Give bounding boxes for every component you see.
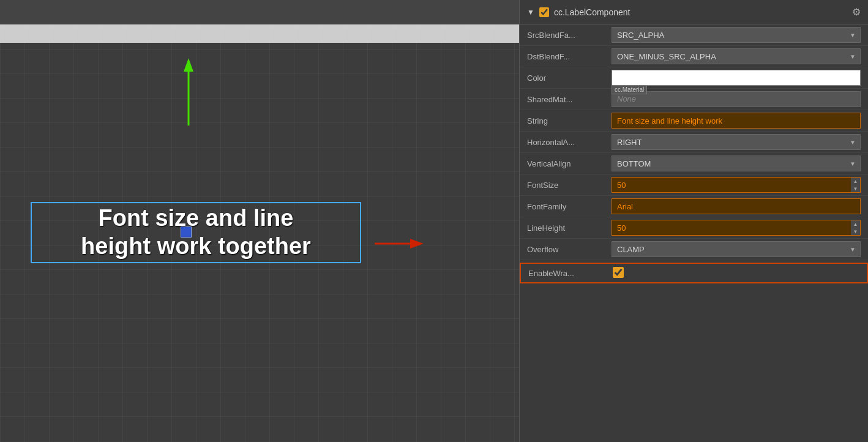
horizontalalign-select[interactable]: RIGHT bbox=[612, 134, 861, 150]
value-srcblendfactor[interactable]: SRC_ALPHA bbox=[612, 27, 861, 43]
prop-row-string: String bbox=[520, 110, 868, 132]
value-verticalalign[interactable]: BOTTOM bbox=[612, 155, 861, 171]
verticalalign-select[interactable]: BOTTOM bbox=[612, 155, 861, 171]
value-fontfamily[interactable] bbox=[612, 198, 861, 214]
up-arrow bbox=[182, 58, 195, 133]
horizontalalign-select-wrap[interactable]: RIGHT bbox=[612, 134, 861, 150]
label-color: Color bbox=[527, 73, 607, 83]
srcblendfactor-select-wrap[interactable]: SRC_ALPHA bbox=[612, 27, 861, 43]
gear-icon[interactable]: ⚙ bbox=[852, 6, 861, 18]
svg-marker-3 bbox=[410, 239, 424, 249]
fontfamily-input[interactable] bbox=[612, 198, 861, 214]
fontsize-increment[interactable]: ▲ bbox=[851, 178, 860, 185]
prop-row-color: Color bbox=[520, 67, 868, 89]
value-color[interactable] bbox=[612, 70, 861, 86]
transform-handle[interactable] bbox=[181, 227, 192, 238]
value-fontsize[interactable]: ▲ ▼ bbox=[612, 177, 861, 193]
value-dstblendfactor[interactable]: ONE_MINUS_SRC_ALPHA bbox=[612, 48, 861, 64]
canvas-label-box: Font size and lineheight work together bbox=[31, 202, 361, 263]
fontsize-spinners: ▲ ▼ bbox=[851, 177, 861, 193]
panel-title: cc.LabelComponent bbox=[554, 7, 847, 17]
color-swatch[interactable] bbox=[612, 70, 861, 86]
canvas-label-text: Font size and lineheight work together bbox=[81, 204, 311, 260]
label-sharedmat: SharedMat... bbox=[527, 95, 607, 104]
label-enablewrap: EnableWra... bbox=[528, 269, 608, 278]
lineheight-decrement[interactable]: ▼ bbox=[851, 228, 860, 235]
fontsize-input-wrap[interactable]: ▲ ▼ bbox=[612, 177, 861, 193]
canvas-top-bar bbox=[0, 0, 519, 24]
component-enabled-checkbox[interactable] bbox=[539, 7, 549, 17]
fontsize-input[interactable] bbox=[612, 177, 851, 193]
label-verticalalign: VerticalAlign bbox=[527, 159, 607, 168]
dstblendfactor-select[interactable]: ONE_MINUS_SRC_ALPHA bbox=[612, 48, 861, 64]
label-overflow: Overflow bbox=[527, 245, 607, 254]
panel-header: ▼ cc.LabelComponent ⚙ bbox=[520, 0, 868, 24]
lineheight-input[interactable] bbox=[612, 220, 851, 236]
string-input[interactable] bbox=[612, 113, 861, 129]
label-fontfamily: FontFamily bbox=[527, 202, 607, 211]
overflow-select[interactable]: CLAMP bbox=[612, 241, 861, 257]
prop-row-fontfamily: FontFamily bbox=[520, 196, 868, 217]
fontsize-decrement[interactable]: ▼ bbox=[851, 185, 860, 192]
prop-row-fontsize: FontSize ▲ ▼ bbox=[520, 174, 868, 196]
label-fontsize: FontSize bbox=[527, 181, 607, 190]
collapse-arrow[interactable]: ▼ bbox=[527, 8, 534, 17]
value-horizontalalign[interactable]: RIGHT bbox=[612, 134, 861, 150]
dstblendfactor-select-wrap[interactable]: ONE_MINUS_SRC_ALPHA bbox=[612, 48, 861, 64]
prop-row-verticalalign: VerticalAlign BOTTOM bbox=[520, 153, 868, 174]
material-badge: cc.Material bbox=[612, 85, 647, 94]
label-horizontalalign: HorizontalA... bbox=[527, 138, 607, 147]
lineheight-spinners: ▲ ▼ bbox=[851, 220, 861, 236]
value-enablewrap[interactable] bbox=[613, 267, 859, 280]
label-srcblendfactor: SrcBlendFa... bbox=[527, 31, 607, 40]
label-string: String bbox=[527, 116, 607, 125]
overflow-select-wrap[interactable]: CLAMP bbox=[612, 241, 861, 257]
canvas-area: Font size and lineheight work together bbox=[0, 0, 519, 442]
prop-row-srcblendfactor: SrcBlendFa... SRC_ALPHA bbox=[520, 24, 868, 46]
srcblendfactor-select[interactable]: SRC_ALPHA bbox=[612, 27, 861, 43]
value-string[interactable] bbox=[612, 113, 861, 129]
svg-marker-1 bbox=[184, 58, 193, 72]
prop-row-enablewrap: EnableWra... bbox=[520, 263, 868, 283]
lineheight-increment[interactable]: ▲ bbox=[851, 220, 860, 228]
prop-row-horizontalalign: HorizontalA... RIGHT bbox=[520, 132, 868, 153]
right-arrow bbox=[375, 238, 424, 252]
prop-row-lineheight: LineHeight ▲ ▼ bbox=[520, 217, 868, 239]
label-dstblendfactor: DstBlendF... bbox=[527, 52, 607, 61]
lineheight-input-wrap[interactable]: ▲ ▼ bbox=[612, 220, 861, 236]
right-panel: ▼ cc.LabelComponent ⚙ SrcBlendFa... SRC_… bbox=[519, 0, 868, 442]
value-sharedmat[interactable]: cc.Material None bbox=[612, 91, 861, 107]
canvas-white-bar bbox=[0, 24, 519, 43]
label-lineheight: LineHeight bbox=[527, 223, 607, 233]
value-lineheight[interactable]: ▲ ▼ bbox=[612, 220, 861, 236]
material-input[interactable]: None bbox=[612, 91, 861, 107]
prop-row-overflow: Overflow CLAMP bbox=[520, 239, 868, 260]
enablewrap-checkbox[interactable] bbox=[613, 267, 624, 278]
verticalalign-select-wrap[interactable]: BOTTOM bbox=[612, 155, 861, 171]
value-overflow[interactable]: CLAMP bbox=[612, 241, 861, 257]
prop-row-sharedmat: SharedMat... cc.Material None bbox=[520, 89, 868, 110]
prop-row-dstblendfactor: DstBlendF... ONE_MINUS_SRC_ALPHA bbox=[520, 46, 868, 67]
